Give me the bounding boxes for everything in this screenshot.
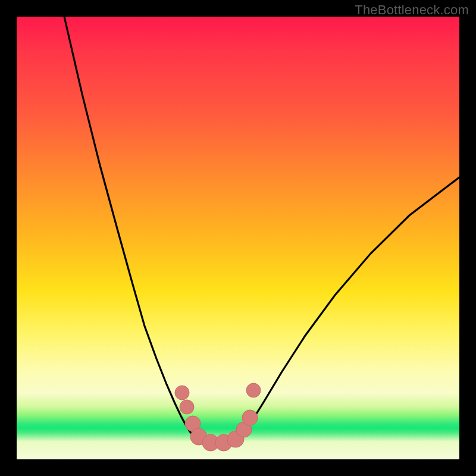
bottleneck-curve — [17, 17, 459, 459]
curve-marker — [246, 383, 261, 397]
curve-marker — [242, 410, 258, 425]
plot-area — [17, 17, 459, 459]
curve-marker — [180, 400, 194, 414]
watermark-text: TheBottleneck.com — [355, 2, 469, 18]
chart-frame: TheBottleneck.com — [0, 0, 476, 476]
curve-marker — [175, 386, 189, 400]
curve-markers — [175, 383, 261, 451]
